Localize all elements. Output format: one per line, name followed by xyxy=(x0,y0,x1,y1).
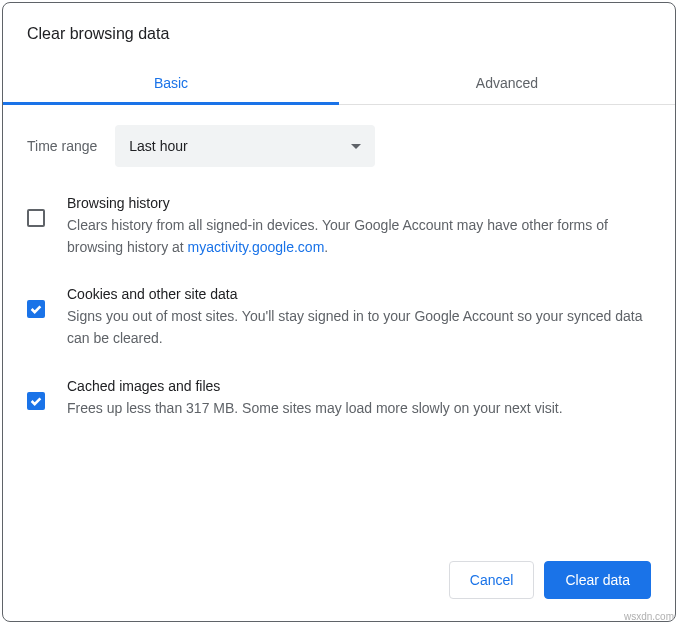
option-desc: Signs you out of most sites. You'll stay… xyxy=(67,306,651,349)
tab-bar: Basic Advanced xyxy=(3,61,675,105)
check-icon xyxy=(29,394,43,408)
checkbox-browsing-history[interactable] xyxy=(27,209,45,227)
option-browsing-history: Browsing history Clears history from all… xyxy=(27,195,651,258)
option-text: Browsing history Clears history from all… xyxy=(67,195,651,258)
time-range-row: Time range Last hour xyxy=(27,125,651,167)
option-title: Browsing history xyxy=(67,195,651,211)
clear-browsing-data-dialog: Clear browsing data Basic Advanced Time … xyxy=(2,2,676,622)
option-title: Cached images and files xyxy=(67,378,651,394)
tab-basic[interactable]: Basic xyxy=(3,61,339,104)
checkbox-cookies[interactable] xyxy=(27,300,45,318)
watermark: wsxdn.com xyxy=(624,611,674,622)
checkbox-cache[interactable] xyxy=(27,392,45,410)
option-cookies: Cookies and other site data Signs you ou… xyxy=(27,286,651,349)
option-text: Cookies and other site data Signs you ou… xyxy=(67,286,651,349)
time-range-label: Time range xyxy=(27,138,97,154)
option-text: Cached images and files Frees up less th… xyxy=(67,378,651,420)
cancel-button[interactable]: Cancel xyxy=(449,561,535,599)
dialog-content: Time range Last hour Browsing history Cl… xyxy=(3,105,675,419)
desc-text: Clears history from all signed-in device… xyxy=(67,217,608,255)
myactivity-link[interactable]: myactivity.google.com xyxy=(188,239,325,255)
chevron-down-icon xyxy=(351,144,361,149)
tab-advanced[interactable]: Advanced xyxy=(339,61,675,104)
clear-data-button[interactable]: Clear data xyxy=(544,561,651,599)
option-desc: Frees up less than 317 MB. Some sites ma… xyxy=(67,398,651,420)
dialog-header: Clear browsing data xyxy=(3,3,675,61)
dialog-title: Clear browsing data xyxy=(27,25,651,43)
time-range-select[interactable]: Last hour xyxy=(115,125,375,167)
dialog-footer: Cancel Clear data xyxy=(449,561,651,599)
check-icon xyxy=(29,302,43,316)
time-range-value: Last hour xyxy=(129,138,187,154)
option-title: Cookies and other site data xyxy=(67,286,651,302)
desc-text: . xyxy=(324,239,328,255)
option-desc: Clears history from all signed-in device… xyxy=(67,215,651,258)
option-cache: Cached images and files Frees up less th… xyxy=(27,378,651,420)
